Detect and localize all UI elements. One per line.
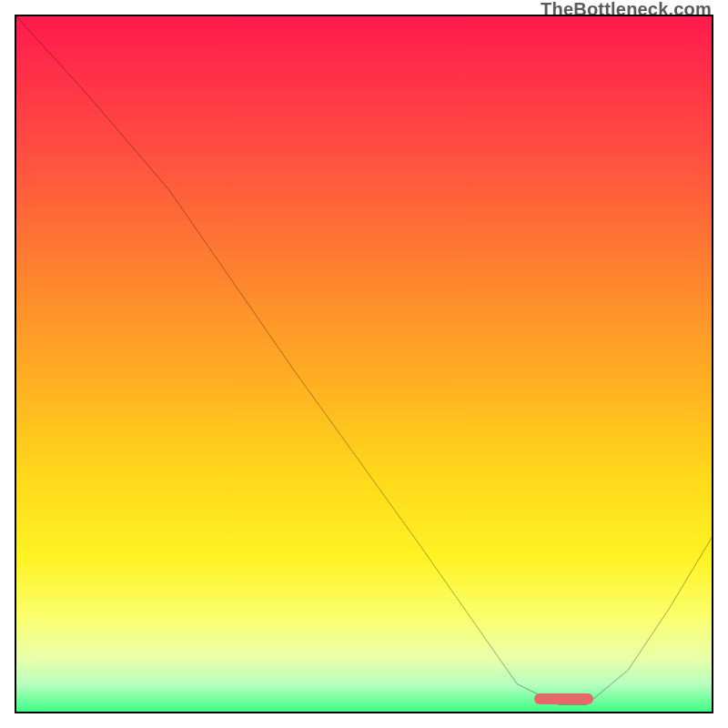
chart-frame xyxy=(15,15,713,713)
bottleneck-curve xyxy=(16,16,712,712)
optimal-range-marker xyxy=(534,693,593,704)
curve-path xyxy=(16,16,712,704)
